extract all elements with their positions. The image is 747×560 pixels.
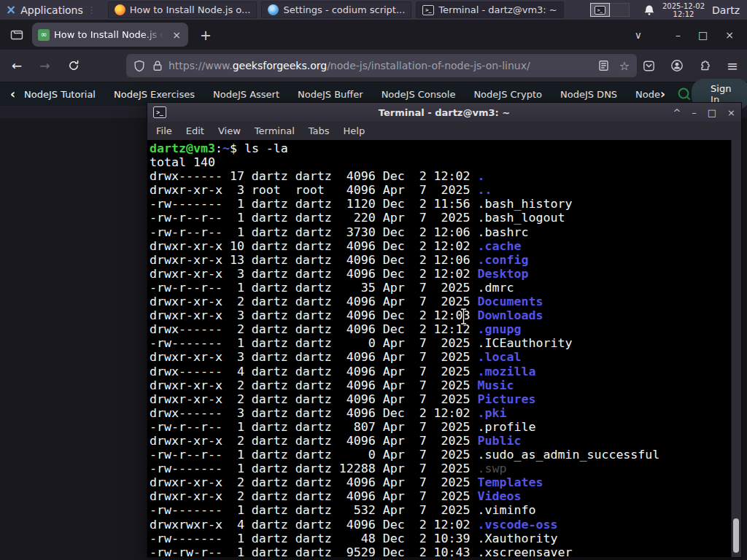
terminal-line: drwxrwxr-x 4 dartz dartz 4096 Dec 2 12:0… [150,518,730,532]
terminal-title: Terminal - dartz@vm3: ~ [147,107,741,118]
nav-item-truncated[interactable]: Node [635,89,660,100]
terminal-line: -rw-r--r-- 1 dartz dartz 35 Apr 7 2025 .… [150,281,730,295]
pocket-icon[interactable] [643,60,655,72]
gfg-favicon: ∞ [38,29,50,41]
search-icon[interactable] [677,87,692,101]
distro-logo-icon: × [6,4,16,16]
extensions-icon[interactable] [699,60,711,72]
ibeam-cursor [460,308,468,325]
nav-item-nodejs-exercises[interactable]: NodeJS Exercises [114,89,195,100]
desktop: × Applications ⋮ How to Install Node.js … [0,0,747,560]
browser-maximize-button[interactable]: □ [698,29,708,41]
tab-close-icon[interactable]: × [171,29,182,41]
reload-button[interactable] [68,60,80,71]
clock-time: 12:12 [662,10,705,18]
forward-button[interactable]: → [39,58,50,73]
nav-item-nodejs-tutorial[interactable]: NodeJS Tutorial [24,89,96,100]
taskbar-item-terminal[interactable]: >_ Terminal - dartz@vm3: ~ [416,1,563,18]
terminal-line: drwxr-xr-x 10 dartz dartz 4096 Dec 2 12:… [150,239,730,253]
browser-tab-bar: ∞ How to Install Node.js on × + ∨ – □ × [0,20,747,50]
terminal-line: -rw------- 1 dartz dartz 48 Dec 2 10:39 … [150,532,730,545]
menu-edit[interactable]: Edit [186,125,204,136]
lock-icon[interactable] [152,60,163,71]
browser-minimize-button[interactable]: – [676,29,681,41]
terminal-line: -rw------- 1 dartz dartz 12288 Apr 7 202… [150,462,730,475]
clock-date: 2025-12-02 [662,2,705,10]
terminal-line: drwx------ 4 dartz dartz 4096 Apr 7 2025… [150,365,730,378]
menu-view[interactable]: View [218,125,241,136]
vscodium-icon [268,4,279,15]
tracking-protection-shield-icon[interactable] [133,60,145,72]
url-text: https://www.geeksforgeeks.org/node-js/in… [169,60,598,71]
nav-scroll-right-icon[interactable]: › [660,87,665,101]
terminal-line: drwxr-xr-x 3 root root 4096 Apr 7 2025 .… [150,183,730,197]
back-button[interactable]: ← [12,58,22,73]
menu-help[interactable]: Help [344,125,365,136]
taskbar-item-label: Terminal - dartz@vm3: ~ [438,4,557,15]
bookmark-star-icon[interactable]: ☆ [619,59,630,73]
reader-view-icon[interactable] [598,60,609,71]
terminal-line: drwx------ 3 dartz dartz 4096 Dec 2 12:0… [150,406,730,420]
workspace-switcher: >_ [590,3,630,17]
terminal-scrollbar[interactable] [731,140,741,557]
terminal-line: -rw-r--r-- 1 dartz dartz 220 Apr 7 2025 … [150,211,730,225]
tab-title: How to Install Node.js on [54,29,166,40]
terminal-line: -rw-rw-r-- 1 dartz dartz 9529 Dec 2 10:4… [150,545,730,559]
taskbar-item-vscodium[interactable]: Settings - codium script... [261,1,411,18]
panel-clock[interactable]: 2025-12-02 12:12 [662,2,705,18]
terminal-line: -rw-r--r-- 1 dartz dartz 807 Apr 7 2025 … [150,420,730,434]
url-domain: geeksforgeeks.org [233,60,327,71]
terminal-line: total 140 [150,155,730,169]
browser-window-controls: ∨ – □ × [635,29,747,41]
account-icon[interactable] [670,59,684,72]
taskbar-item-label: How to Install Node.js o... [130,4,251,15]
browser-tab-active[interactable]: ∞ How to Install Node.js on × [32,23,188,47]
terminal-shade-button[interactable]: ^ [673,108,681,117]
terminal-scrollbar-thumb[interactable] [733,518,739,553]
nav-item-nodejs-console[interactable]: NodeJS Console [382,89,456,100]
firefox-icon [115,4,125,15]
top-panel: × Applications ⋮ How to Install Node.js … [0,0,747,20]
notification-bell-icon[interactable] [643,4,655,16]
panel-username[interactable]: Dartz [712,4,740,16]
terminal-line: -rw------- 1 dartz dartz 1120 Dec 2 11:5… [150,197,730,211]
menu-hamburger-icon[interactable]: ≡ [727,58,738,74]
nav-item-nodejs-dns[interactable]: NodeJS DNS [560,89,617,100]
browser-toolbar: ← → https://www.geeksforgeeks.org/node-j… [0,50,747,82]
nav-scroll-left-icon[interactable]: ‹ [10,88,15,101]
terminal-window: >_ Terminal - dartz@vm3: ~ ^ – □ × File … [147,102,742,558]
terminal-line: drwxr-xr-x 2 dartz dartz 4096 Apr 7 2025… [150,378,730,392]
taskbar-item-firefox[interactable]: How to Install Node.js o... [108,1,258,18]
list-all-tabs-icon[interactable]: ∨ [635,29,642,41]
nav-item-nodejs-crypto[interactable]: NodeJS Crypto [473,89,542,100]
workspace-1[interactable]: >_ [590,3,610,17]
terminal-line: -rw------- 1 dartz dartz 0 Apr 7 2025 .I… [150,336,730,350]
terminal-line: -rw-r--r-- 1 dartz dartz 0 Apr 7 2025 .s… [150,448,730,462]
toolbar-right-icons: ≡ [643,50,738,82]
workspace-2[interactable] [610,3,630,17]
terminal-window-controls: ^ – □ × [673,108,735,117]
terminal-icon: >_ [422,5,434,15]
menu-terminal[interactable]: Terminal [255,125,295,136]
applications-menu[interactable]: × Applications ⋮ [0,0,104,20]
terminal-close-button[interactable]: × [727,108,735,117]
terminal-minimize-button[interactable]: – [692,108,697,117]
terminal-line: drwx------ 17 dartz dartz 4096 Dec 2 12:… [150,169,730,183]
terminal-line: drwx------ 2 dartz dartz 4096 Dec 2 12:1… [150,322,730,336]
nav-item-nodejs-assert[interactable]: NodeJS Assert [213,89,279,100]
terminal-line: drwxr-xr-x 2 dartz dartz 4096 Apr 7 2025… [150,489,730,503]
terminal-line: dartz@vm3:~$ ls -la [150,141,730,155]
terminal-maximize-button[interactable]: □ [708,108,716,117]
nav-item-nodejs-buffer[interactable]: NodeJS Buffer [298,89,363,100]
browser-close-button[interactable]: × [725,29,734,41]
firefox-view-button[interactable] [10,29,23,41]
terminal-screen[interactable]: dartz@vm3:~$ ls -latotal 140drwx------ 1… [147,140,741,557]
url-bar[interactable]: https://www.geeksforgeeks.org/node-js/in… [126,54,637,77]
new-tab-button[interactable]: + [200,27,212,43]
terminal-title-bar[interactable]: >_ Terminal - dartz@vm3: ~ ^ – □ × [147,103,741,122]
urlbar-actions: ☆ [598,59,630,73]
terminal-line: drwxr-xr-x 3 dartz dartz 4096 Apr 7 2025… [150,350,730,364]
panel-grip-icon: ⋮ [88,5,96,15]
menu-file[interactable]: File [156,125,172,136]
menu-tabs[interactable]: Tabs [309,125,330,136]
